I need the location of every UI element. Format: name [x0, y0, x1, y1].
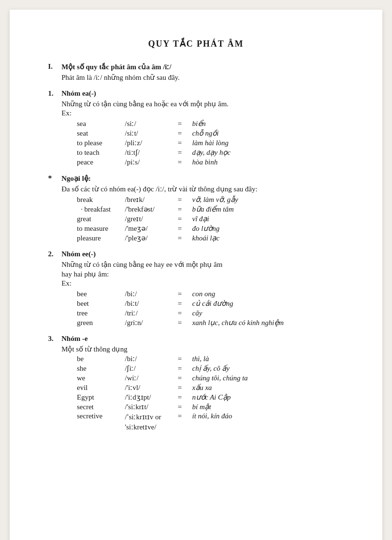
table-row: beet /biːt/ = củ cải đường [77, 299, 344, 308]
meaning: đo lường [192, 224, 220, 233]
eq: = [178, 412, 192, 420]
table-row: secretive /ˈsiːkrɪtɪv or'siːkretɪve/ = í… [77, 412, 344, 432]
meaning: củ cải đường [192, 299, 233, 308]
group-2-title: Nhóm ee(-) [61, 250, 96, 258]
meaning: khoái lạc [192, 234, 220, 242]
meaning: cây [192, 309, 202, 317]
meaning: vĩ đại [192, 214, 209, 223]
group-2-ex-label: Ex: [61, 279, 344, 288]
phonetic: /pliːz/ [125, 138, 178, 147]
word: to please [77, 139, 125, 147]
phonetic: /biː/ [125, 354, 178, 363]
exception-heading: * Ngoại lệ: [48, 174, 344, 183]
exception-title: Ngoại lệ: [61, 174, 91, 183]
word: sea [77, 120, 125, 128]
word: great [77, 215, 125, 223]
phonetic: /'meʒə/ [125, 224, 178, 233]
table-row: break /breɪk/ = vỡ, làm vỡ, gẫy [77, 195, 344, 204]
meaning: nước Ai Cập [192, 393, 231, 402]
phonetic: /griːn/ [125, 318, 178, 327]
meaning: chỗ ngồi [192, 129, 219, 138]
meaning: chúng tôi, chúng ta [192, 374, 248, 382]
word: Egypt [77, 393, 125, 402]
table-row: seat /siːt/ = chỗ ngồi [77, 129, 344, 138]
group-3-word-table: be /biː/ = thì, là she /ʃiː/ = chị ấy, c… [77, 354, 344, 432]
group-1-num: 1. [48, 89, 61, 98]
meaning: làm hài lòng [192, 139, 229, 147]
eq: = [178, 290, 192, 298]
group-1-heading: 1. Nhóm ea(-) [48, 89, 344, 98]
table-row: she /ʃiː/ = chị ấy, cô ấy [77, 364, 344, 373]
table-row: Egypt /'iːdʒɪpt/ = nước Ai Cập [77, 393, 344, 402]
table-row: we /wiː/ = chúng tôi, chúng ta [77, 374, 344, 382]
phonetic: /triː/ [125, 309, 178, 317]
table-row: green /griːn/ = xanh lục, chưa có kinh n… [77, 318, 344, 327]
table-row: · breakfast /'brekfəst/ = bữa điểm tâm [77, 205, 344, 213]
word: secretive [77, 412, 125, 420]
eq: = [178, 225, 192, 233]
phonetic: /ˈsiːkrɪtɪv or'siːkretɪve/ [125, 412, 178, 432]
meaning: chị ấy, cô ấy [192, 364, 230, 373]
meaning: ít nói, kín đáo [192, 412, 232, 420]
section-i-heading: I. Một số quy tắc phát âm của âm /iː/ [48, 63, 344, 71]
word: to measure [77, 225, 125, 233]
group-2-desc1: Những từ có tận cùng bằng ee hay ee với … [61, 260, 344, 269]
word: green [77, 319, 125, 327]
phonetic: /'brekfəst/ [125, 205, 178, 213]
table-row: sea /siː/ = biển [77, 119, 344, 128]
page: QUY TẮC PHÁT ÂM I. Một số quy tắc phát â… [10, 10, 382, 540]
phonetic: /wiː/ [125, 374, 178, 382]
group-3-num: 3. [48, 335, 61, 343]
phonetic: /'pleʒə/ [125, 234, 178, 242]
group-3-desc1: Một số từ thông dụng [61, 345, 344, 353]
phonetic: /biː/ [125, 289, 178, 298]
meaning: con ong [192, 290, 215, 298]
section-i-subtitle: Phát âm là /iː/ những nhóm chữ sau đây. [61, 73, 344, 82]
phonetic: /biːt/ [125, 299, 178, 308]
word: we [77, 374, 125, 382]
phonetic: /siːt/ [125, 129, 178, 138]
eq: = [178, 374, 192, 382]
eq: = [178, 149, 192, 157]
group-1-desc: Những từ có tận cùng bằng ea hoặc ea với… [61, 100, 344, 108]
group-3-heading: 3. Nhóm -e [48, 335, 344, 343]
eq: = [178, 364, 192, 373]
meaning: thì, là [192, 355, 209, 363]
meaning: bữa điểm tâm [192, 205, 234, 213]
phonetic: /piːs/ [125, 158, 178, 166]
table-row: evil /'iːvl/ = xấu xa [77, 383, 344, 392]
meaning: hòa bình [192, 158, 218, 166]
table-row: bee /biː/ = con ong [77, 289, 344, 298]
table-row: peace /piːs/ = hòa bình [77, 158, 344, 166]
group-3-title: Nhóm -e [61, 335, 88, 343]
word: pleasure [77, 234, 125, 242]
eq: = [178, 120, 192, 128]
table-row: tree /triː/ = cây [77, 309, 344, 317]
word: tree [77, 309, 125, 317]
word: evil [77, 384, 125, 392]
roman-numeral: I. [48, 63, 61, 71]
eq: = [178, 300, 192, 308]
word: be [77, 355, 125, 363]
word: peace [77, 158, 125, 166]
word: break [77, 196, 125, 204]
eq: = [178, 215, 192, 223]
eq: = [178, 403, 192, 411]
eq: = [178, 309, 192, 317]
table-row: great /greɪt/ = vĩ đại [77, 214, 344, 223]
exception-desc: Đa số các từ có nhóm ea(-) đọc /iː/, trừ… [61, 185, 344, 193]
table-row: be /biː/ = thì, là [77, 354, 344, 363]
group-2-word-table: bee /biː/ = con ong beet /biːt/ = củ cải… [77, 289, 344, 327]
page-title: QUY TẮC PHÁT ÂM [48, 38, 344, 49]
word: seat [77, 129, 125, 138]
eq: = [178, 319, 192, 327]
group-2-heading: 2. Nhóm ee(-) [48, 250, 344, 258]
word: she [77, 364, 125, 373]
meaning: biển [192, 119, 206, 128]
word: beet [77, 300, 125, 308]
phonetic: /'iːvl/ [125, 383, 178, 392]
eq: = [178, 393, 192, 402]
meaning: xanh lục, chưa có kinh nghiệm [192, 318, 284, 327]
eq: = [178, 205, 192, 213]
eq: = [178, 158, 192, 166]
